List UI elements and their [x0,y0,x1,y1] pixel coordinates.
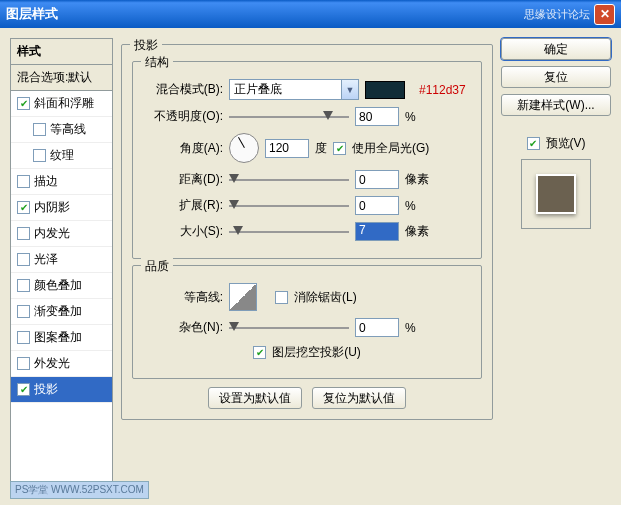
angle-input[interactable] [265,139,309,158]
style-item[interactable]: 内阴影 [11,195,112,221]
watermark-text: 思缘设计论坛 [524,7,590,22]
panel-title: 投影 [130,37,162,54]
style-item[interactable]: 光泽 [11,247,112,273]
style-label: 渐变叠加 [34,303,82,320]
spread-slider[interactable] [229,197,349,215]
distance-label: 距离(D): [143,171,223,188]
window-title: 图层样式 [6,5,524,23]
style-label: 图案叠加 [34,329,82,346]
style-item[interactable]: 颜色叠加 [11,273,112,299]
blend-options-row[interactable]: 混合选项:默认 [11,65,112,91]
knockout-label: 图层挖空投影(U) [272,344,361,361]
spread-input[interactable] [355,196,399,215]
structure-group: 结构 混合模式(B): 正片叠底 ▼ #112d37 不透明度(O): % [132,61,482,259]
style-label: 内阴影 [34,199,70,216]
style-label: 外发光 [34,355,70,372]
preview-thumbnail [521,159,591,229]
opacity-label: 不透明度(O): [143,108,223,125]
opacity-input[interactable] [355,107,399,126]
blend-mode-select[interactable]: 正片叠底 ▼ [229,79,359,100]
quality-group: 品质 等高线: 消除锯齿(L) 杂色(N): % 图层挖空投影(U) [132,265,482,379]
noise-input[interactable] [355,318,399,337]
style-checkbox[interactable] [17,201,30,214]
contour-label: 等高线: [143,289,223,306]
size-input[interactable]: 7 [355,222,399,241]
distance-input[interactable] [355,170,399,189]
style-checkbox[interactable] [17,357,30,370]
style-label: 投影 [34,381,58,398]
style-checkbox[interactable] [17,305,30,318]
close-icon[interactable]: ✕ [594,4,615,25]
style-list: 样式 混合选项:默认 斜面和浮雕等高线纹理描边内阴影内发光光泽颜色叠加渐变叠加图… [10,38,113,495]
style-checkbox[interactable] [33,149,46,162]
antialias-checkbox[interactable] [275,291,288,304]
style-item[interactable]: 投影 [11,377,112,403]
reset-default-button[interactable]: 复位为默认值 [312,387,406,409]
titlebar: 图层样式 思缘设计论坛 ✕ [0,0,621,28]
noise-slider[interactable] [229,319,349,337]
style-item[interactable]: 纹理 [11,143,112,169]
distance-slider[interactable] [229,171,349,189]
style-checkbox[interactable] [17,227,30,240]
new-style-button[interactable]: 新建样式(W)... [501,94,611,116]
angle-label: 角度(A): [143,140,223,157]
style-item[interactable]: 渐变叠加 [11,299,112,325]
angle-dial[interactable] [229,133,259,163]
style-item[interactable]: 描边 [11,169,112,195]
style-checkbox[interactable] [17,175,30,188]
knockout-checkbox[interactable] [253,346,266,359]
shadow-panel: 投影 结构 混合模式(B): 正片叠底 ▼ #112d37 不透明度(O): [121,44,493,420]
opacity-slider[interactable] [229,108,349,126]
style-item[interactable]: 内发光 [11,221,112,247]
noise-label: 杂色(N): [143,319,223,336]
style-label: 斜面和浮雕 [34,95,94,112]
style-label: 等高线 [50,121,86,138]
style-label: 内发光 [34,225,70,242]
antialias-label: 消除锯齿(L) [294,289,357,306]
style-checkbox[interactable] [33,123,46,136]
contour-picker[interactable] [229,283,257,311]
style-checkbox[interactable] [17,383,30,396]
style-list-header[interactable]: 样式 [11,39,112,65]
cancel-button[interactable]: 复位 [501,66,611,88]
style-checkbox[interactable] [17,279,30,292]
spread-label: 扩展(R): [143,197,223,214]
style-item[interactable]: 斜面和浮雕 [11,91,112,117]
style-label: 颜色叠加 [34,277,82,294]
size-slider[interactable] [229,223,349,241]
style-checkbox[interactable] [17,331,30,344]
style-item[interactable]: 图案叠加 [11,325,112,351]
style-label: 纹理 [50,147,74,164]
global-light-checkbox[interactable] [333,142,346,155]
style-checkbox[interactable] [17,97,30,110]
make-default-button[interactable]: 设置为默认值 [208,387,302,409]
global-light-label: 使用全局光(G) [352,140,429,157]
color-annotation: #112d37 [419,83,466,97]
chevron-down-icon: ▼ [341,80,358,99]
style-item[interactable]: 外发光 [11,351,112,377]
style-checkbox[interactable] [17,253,30,266]
style-label: 描边 [34,173,58,190]
style-item[interactable]: 等高线 [11,117,112,143]
size-label: 大小(S): [143,223,223,240]
ok-button[interactable]: 确定 [501,38,611,60]
footer-watermark: PS学堂 WWW.52PSXT.COM [10,481,149,499]
color-swatch[interactable] [365,81,405,99]
blend-mode-label: 混合模式(B): [143,81,223,98]
style-label: 光泽 [34,251,58,268]
preview-checkbox[interactable] [527,137,540,150]
preview-label: 预览(V) [546,135,586,152]
